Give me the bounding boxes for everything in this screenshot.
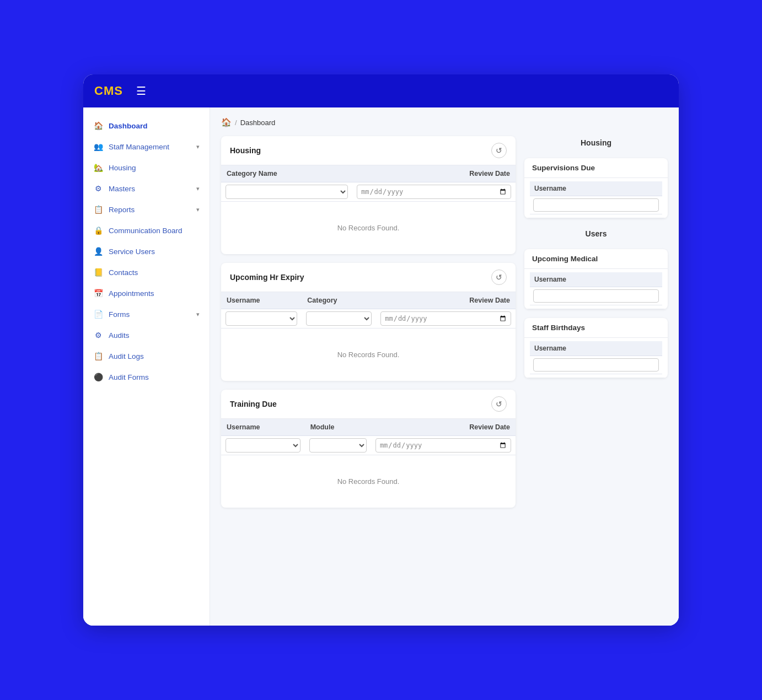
training-due-username-filter[interactable] xyxy=(226,438,300,453)
upcoming-medical-filter-row xyxy=(530,287,662,305)
sidebar-item-dashboard[interactable]: 🏠Dashboard xyxy=(83,115,210,136)
sidebar-item-contacts[interactable]: 📒Contacts xyxy=(83,262,210,283)
upcoming-hr-table: Username Category Review Date xyxy=(221,292,516,381)
sidebar: 🏠Dashboard👥Staff Management▾🏡Housing⚙Mas… xyxy=(83,107,210,626)
upcoming-hr-col-username: Username xyxy=(221,292,302,309)
upcoming-medical-col-username: Username xyxy=(530,272,662,287)
breadcrumb-current: Dashboard xyxy=(240,119,276,127)
sidebar-item-reports[interactable]: 📋Reports▾ xyxy=(83,199,210,220)
housing-no-records: No Records Found. xyxy=(221,202,516,255)
staff-birthdays-table-header: Username xyxy=(530,341,662,374)
supervisions-due-username-filter[interactable] xyxy=(533,198,659,212)
sidebar-icon-dashboard: 🏠 xyxy=(93,121,103,131)
supervisions-due-table-header: Username xyxy=(530,181,662,214)
sidebar-icon-appointments: 📅 xyxy=(93,288,103,298)
housing-card: Housing ↺ Category Name Review Date xyxy=(221,136,516,254)
right-panel: Housing Supervisions Due Username xyxy=(524,136,668,516)
upcoming-hr-category-filter[interactable] xyxy=(306,311,372,326)
supervisions-due-filter-row xyxy=(530,196,662,214)
staff-birthdays-filter: Username xyxy=(524,338,668,378)
sidebar-icon-reports: 📋 xyxy=(93,204,103,214)
training-due-no-records: No Records Found. xyxy=(221,455,516,508)
training-due-filter-row xyxy=(221,436,516,455)
upcoming-hr-refresh-button[interactable]: ↺ xyxy=(491,270,507,285)
staff-birthdays-card: Staff Birthdays Username xyxy=(524,318,668,378)
training-due-table: Username Module Review Date xyxy=(221,419,516,508)
upcoming-hr-col-review: Review Date xyxy=(376,292,516,309)
upcoming-hr-filter-row xyxy=(221,309,516,329)
supervisions-due-card: Supervisions Due Username xyxy=(524,158,668,218)
housing-no-records-row: No Records Found. xyxy=(221,202,516,255)
staff-birthdays-filter-row xyxy=(530,356,662,374)
sidebar-label-reports: Reports xyxy=(109,206,191,214)
sidebar-label-staff-management: Staff Management xyxy=(109,143,191,151)
topbar: CMS ☰ xyxy=(83,74,679,107)
sidebar-chevron-reports: ▾ xyxy=(196,206,200,213)
sidebar-icon-audit-logs: 📋 xyxy=(93,351,103,361)
supervisions-due-col-username: Username xyxy=(530,181,662,196)
sidebar-icon-housing: 🏡 xyxy=(93,163,103,173)
training-due-header-row: Username Module Review Date xyxy=(221,419,516,436)
training-due-no-records-row: No Records Found. xyxy=(221,455,516,508)
sidebar-label-housing: Housing xyxy=(109,164,200,172)
right-housing-title: Housing xyxy=(524,136,668,149)
supervisions-due-filter: Username xyxy=(524,178,668,218)
training-due-date-filter[interactable] xyxy=(375,438,511,453)
sidebar-label-masters: Masters xyxy=(109,185,191,193)
app-logo: CMS xyxy=(94,84,123,98)
sidebar-label-appointments: Appointments xyxy=(109,289,200,298)
upcoming-hr-username-filter[interactable] xyxy=(226,311,297,326)
sidebar-item-staff-management[interactable]: 👥Staff Management▾ xyxy=(83,136,210,157)
sidebar-item-forms[interactable]: 📄Forms▾ xyxy=(83,304,210,325)
sidebar-item-communication-board[interactable]: 🔒Communication Board xyxy=(83,220,210,241)
sidebar-icon-masters: ⚙ xyxy=(93,184,103,193)
upcoming-hr-card: Upcoming Hr Expiry ↺ Username Category xyxy=(221,263,516,381)
sidebar-item-appointments[interactable]: 📅Appointments xyxy=(83,283,210,304)
content-area: 🏠 / Dashboard Housing ↺ xyxy=(210,107,679,626)
housing-card-title: Housing xyxy=(230,146,261,155)
sidebar-chevron-forms: ▾ xyxy=(196,311,200,318)
left-column: Housing ↺ Category Name Review Date xyxy=(221,136,516,516)
breadcrumb: 🏠 / Dashboard xyxy=(221,117,668,127)
menu-toggle-icon[interactable]: ☰ xyxy=(136,84,146,98)
sidebar-label-contacts: Contacts xyxy=(109,268,200,277)
sidebar-item-service-users[interactable]: 👤Service Users xyxy=(83,241,210,262)
upcoming-medical-filter: Username xyxy=(524,269,668,309)
sidebar-item-audits[interactable]: ⚙Audits xyxy=(83,325,210,346)
sidebar-label-service-users: Service Users xyxy=(109,247,200,256)
sidebar-label-audit-forms: Audit Forms xyxy=(109,373,200,381)
staff-birthdays-username-filter[interactable] xyxy=(533,358,659,371)
upcoming-hr-header-row: Username Category Review Date xyxy=(221,292,516,309)
breadcrumb-home-icon[interactable]: 🏠 xyxy=(221,117,232,127)
housing-card-header: Housing ↺ xyxy=(221,136,516,165)
sidebar-icon-communication-board: 🔒 xyxy=(93,225,103,235)
housing-date-filter[interactable] xyxy=(357,185,511,199)
training-due-col-review: Review Date xyxy=(371,419,516,436)
sidebar-label-forms: Forms xyxy=(109,310,191,319)
sidebar-icon-contacts: 📒 xyxy=(93,267,103,277)
upcoming-medical-username-filter[interactable] xyxy=(533,289,659,303)
training-due-refresh-button[interactable]: ↺ xyxy=(491,396,507,412)
sidebar-item-audit-forms[interactable]: ⚫Audit Forms xyxy=(83,367,210,387)
training-due-card-title: Training Due xyxy=(230,400,277,408)
training-due-module-filter[interactable] xyxy=(309,438,367,453)
sidebar-item-masters[interactable]: ⚙Masters▾ xyxy=(83,178,210,199)
housing-category-filter[interactable] xyxy=(226,185,348,199)
sidebar-icon-audits: ⚙ xyxy=(93,330,103,340)
sidebar-icon-audit-forms: ⚫ xyxy=(93,372,103,382)
training-due-col-module: Module xyxy=(305,419,371,436)
housing-refresh-button[interactable]: ↺ xyxy=(491,143,507,158)
sidebar-chevron-masters: ▾ xyxy=(196,185,200,192)
right-users-title: Users xyxy=(524,227,668,240)
staff-birthdays-title: Staff Birthdays xyxy=(524,318,668,338)
supervisions-due-title: Supervisions Due xyxy=(524,158,668,178)
upcoming-hr-no-records-row: No Records Found. xyxy=(221,329,516,381)
sidebar-label-communication-board: Communication Board xyxy=(109,227,200,235)
upcoming-hr-no-records: No Records Found. xyxy=(221,329,516,381)
housing-table-container: Category Name Review Date xyxy=(221,165,516,254)
sidebar-item-audit-logs[interactable]: 📋Audit Logs xyxy=(83,346,210,367)
sidebar-icon-forms: 📄 xyxy=(93,309,103,319)
sidebar-item-housing[interactable]: 🏡Housing xyxy=(83,157,210,178)
upcoming-hr-date-filter[interactable] xyxy=(380,311,511,326)
training-due-table-container: Username Module Review Date xyxy=(221,419,516,508)
